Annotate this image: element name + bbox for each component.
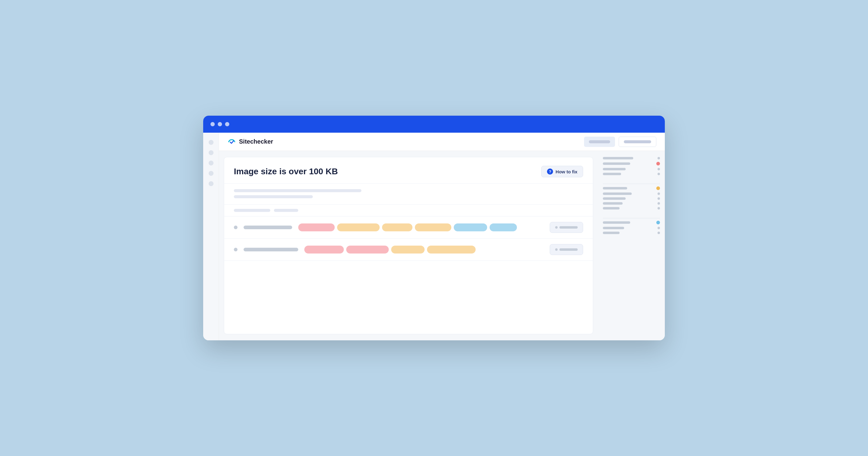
sidebar-row-8 <box>603 202 660 205</box>
sidebar-row-10 <box>603 221 660 224</box>
sidebar-mini-dot-7 <box>657 207 660 209</box>
sidebar-row-3 <box>603 168 660 170</box>
sidebar-row-5 <box>603 186 660 190</box>
sidebar-row-11 <box>603 227 660 229</box>
sidebar-divider-2 <box>603 218 660 218</box>
sidebar-row-9 <box>603 207 660 209</box>
tag-orange-3 <box>415 223 451 231</box>
traffic-lights <box>211 122 229 126</box>
sidebar-bar-12 <box>603 232 620 234</box>
sidebar-row-6 <box>603 193 660 195</box>
action-icon-1 <box>555 226 558 229</box>
traffic-light-maximize[interactable] <box>225 122 229 126</box>
meta-line-1 <box>234 189 362 192</box>
row-tags-2 <box>304 246 544 254</box>
logo-icon <box>227 138 236 145</box>
sidebar-dot-red <box>656 162 660 165</box>
central-content: Image size is over 100 KB ? How to fix <box>224 157 593 334</box>
sidebar-mini-dot-6 <box>657 202 660 205</box>
traffic-light-close[interactable] <box>211 122 215 126</box>
sidebar-row-12 <box>603 232 660 234</box>
nav-buttons <box>584 137 656 147</box>
row-tags-1 <box>298 223 544 231</box>
sidebar-bar-9 <box>603 207 620 209</box>
sidebar-bar-3 <box>603 168 626 170</box>
logo-text: Sitechecker <box>239 138 273 145</box>
tag-orange-1 <box>337 223 380 231</box>
sidebar-bar-11 <box>603 227 624 229</box>
traffic-light-minimize[interactable] <box>218 122 222 126</box>
sidebar-row-2 <box>603 162 660 165</box>
sidebar-bar-8 <box>603 202 623 205</box>
sidebar-bar-6 <box>603 193 632 195</box>
sidebar-bar-10 <box>603 221 630 224</box>
nav-circle-3 <box>209 161 214 165</box>
sidebar-dot-blue <box>656 221 660 224</box>
sidebar-bar-7 <box>603 197 626 200</box>
how-to-fix-label: How to fix <box>556 169 577 174</box>
tag-pink-3 <box>346 246 389 254</box>
main-layout: Image size is over 100 KB ? How to fix <box>219 151 665 340</box>
right-sidebar <box>598 151 665 340</box>
sidebar-mini-dot-2 <box>657 168 660 170</box>
sidebar-dot-orange <box>656 186 660 190</box>
sidebar-mini-dot-3 <box>657 173 660 175</box>
question-icon: ? <box>547 168 553 174</box>
sidebar-mini-dot-9 <box>657 232 660 234</box>
action-icon-2 <box>555 248 558 251</box>
nav-btn-primary-placeholder <box>589 140 610 143</box>
top-nav: Sitechecker <box>219 133 665 151</box>
sidebar-mini-dot-8 <box>657 227 660 229</box>
sidebar-bar-4 <box>603 173 621 175</box>
issue-header: Image size is over 100 KB ? How to fix <box>224 157 593 184</box>
sidebar-mini-dot-1 <box>657 157 660 159</box>
left-nav-column <box>203 133 219 340</box>
sidebar-row-7 <box>603 197 660 200</box>
sidebar-bar-2 <box>603 162 630 165</box>
logo-area: Sitechecker <box>227 138 579 145</box>
row-indicator-2 <box>234 248 238 251</box>
sidebar-bar-1 <box>603 157 633 159</box>
sidebar-section-2 <box>603 186 660 214</box>
table-row-2 <box>224 239 593 261</box>
issue-title: Image size is over 100 KB <box>234 167 338 176</box>
row-action-2[interactable] <box>550 244 583 255</box>
action-text-2 <box>559 248 578 251</box>
sidebar-section-1 <box>603 157 660 180</box>
row-label-1 <box>244 226 292 229</box>
nav-circle-4 <box>209 171 214 176</box>
nav-btn-secondary[interactable] <box>619 137 656 147</box>
sidebar-bar-5 <box>603 187 627 190</box>
action-text-1 <box>559 226 578 229</box>
browser-titlebar <box>203 116 665 133</box>
nav-circle-1 <box>209 140 214 145</box>
nav-circle-2 <box>209 150 214 155</box>
sidebar-mini-dot-5 <box>657 197 660 200</box>
how-to-fix-button[interactable]: ? How to fix <box>541 166 583 177</box>
tag-orange-4 <box>391 246 425 254</box>
nav-btn-primary[interactable] <box>584 137 615 147</box>
table-header <box>224 205 593 217</box>
row-indicator-1 <box>234 226 238 229</box>
tag-blue-1 <box>454 223 487 231</box>
row-action-1[interactable] <box>550 222 583 233</box>
tag-orange-5 <box>427 246 475 254</box>
browser-window: Sitechecker Image size is ove <box>203 116 665 340</box>
sidebar-mini-dot-4 <box>657 193 660 195</box>
col-header-1 <box>234 209 270 212</box>
row-label-2 <box>244 248 298 251</box>
meta-line-2 <box>234 195 313 198</box>
sidebar-section-3 <box>603 221 660 239</box>
issue-meta <box>224 184 593 205</box>
sidebar-row-4 <box>603 173 660 175</box>
tag-pink-1 <box>298 223 335 231</box>
browser-content: Sitechecker Image size is ove <box>203 133 665 340</box>
tag-orange-2 <box>382 223 412 231</box>
nav-circle-5 <box>209 181 214 186</box>
sidebar-divider-1 <box>603 184 660 184</box>
col-header-2 <box>274 209 298 212</box>
nav-btn-secondary-placeholder <box>624 140 651 143</box>
tag-blue-2 <box>490 223 517 231</box>
tag-pink-2 <box>304 246 344 254</box>
table-row <box>224 217 593 239</box>
